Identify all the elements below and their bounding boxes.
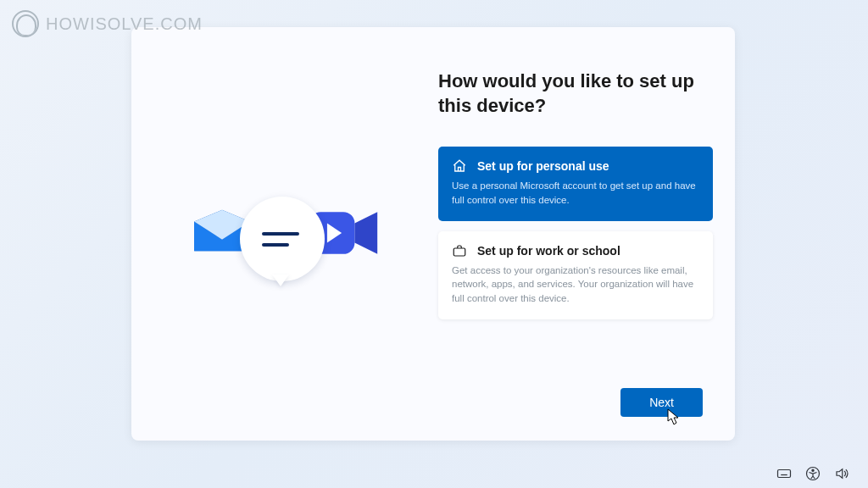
accessibility-icon[interactable] xyxy=(805,466,821,481)
system-tray xyxy=(776,466,849,481)
option-title: Set up for personal use xyxy=(477,159,609,173)
illustration-pane xyxy=(131,27,433,441)
svg-point-13 xyxy=(812,469,814,471)
page-heading: How would you like to set up this device… xyxy=(438,69,713,118)
watermark-logo: HOWISOLVE.COM xyxy=(12,10,203,37)
option-personal-use[interactable]: Set up for personal use Use a personal M… xyxy=(438,147,713,220)
mouse-cursor-icon xyxy=(667,408,679,425)
content-pane: How would you like to set up this device… xyxy=(433,27,735,441)
option-title: Set up for work or school xyxy=(477,244,620,258)
watermark-icon xyxy=(12,10,39,37)
watermark-text: HOWISOLVE.COM xyxy=(46,14,203,34)
oobe-window: How would you like to set up this device… xyxy=(131,27,735,441)
home-icon xyxy=(452,158,467,174)
volume-icon[interactable] xyxy=(834,466,849,481)
option-description: Get access to your organization's resour… xyxy=(452,263,699,306)
briefcase-icon xyxy=(452,243,467,258)
keyboard-icon[interactable] xyxy=(776,466,792,481)
svg-rect-5 xyxy=(453,248,465,256)
chat-bubble-icon xyxy=(240,197,325,281)
option-description: Use a personal Microsoft account to get … xyxy=(452,179,699,207)
setup-illustration xyxy=(189,175,376,293)
svg-rect-6 xyxy=(778,470,791,478)
next-button[interactable]: Next xyxy=(620,388,703,417)
option-work-school[interactable]: Set up for work or school Get access to … xyxy=(438,231,713,319)
